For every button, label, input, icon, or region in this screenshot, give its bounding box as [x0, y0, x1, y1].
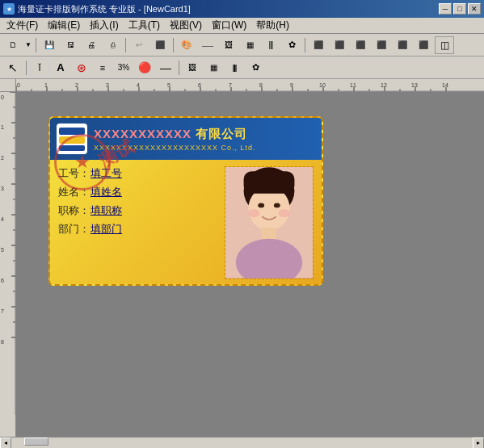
tb-right6[interactable]: ⬛ — [414, 36, 433, 54]
canvas-area[interactable]: XXXXXXXXXXX 有限公司 XXXXXXXXXXXXXXXXXXXXXX … — [16, 92, 484, 437]
line-tool[interactable]: ≡ — [93, 59, 112, 77]
menu-edit[interactable]: 编辑(E) — [43, 17, 85, 34]
dash-button[interactable]: — — [198, 36, 217, 54]
color1-button[interactable]: 🎨 — [177, 36, 196, 54]
ruler-vertical: 0 1 2 3 4 5 6 7 8 — [0, 92, 16, 437]
menu-file[interactable]: 文件(F) — [2, 17, 43, 34]
ruler-v-svg: 0 1 2 3 4 5 6 7 8 — [0, 92, 16, 415]
svg-rect-76 — [262, 228, 276, 241]
menu-view[interactable]: 视图(V) — [165, 17, 207, 34]
sep-t2-1 — [26, 61, 27, 75]
menu-insert[interactable]: 插入(I) — [85, 17, 123, 34]
svg-text:10: 10 — [319, 82, 326, 88]
barcode3[interactable]: ||| — [225, 59, 244, 77]
title-bar-buttons: ─ □ ✕ — [439, 3, 481, 15]
svg-text:4: 4 — [1, 216, 4, 222]
ruler-horizontal: 0 1 2 3 4 5 6 7 8 9 10 — [16, 79, 484, 92]
value-title[interactable]: 填职称 — [90, 203, 122, 218]
sep4 — [305, 38, 305, 52]
svg-text:0: 0 — [1, 94, 4, 100]
svg-text:14: 14 — [442, 82, 448, 88]
maximize-button[interactable]: □ — [453, 3, 466, 15]
ruler-row: 0 1 2 3 4 5 6 7 8 9 10 — [0, 79, 484, 92]
svg-rect-75 — [244, 171, 295, 193]
svg-text:6: 6 — [1, 278, 4, 283]
id-card[interactable]: XXXXXXXXXXX 有限公司 XXXXXXXXXXXXXXXXXXXXXX … — [48, 116, 323, 286]
menu-window[interactable]: 窗口(W) — [207, 17, 251, 34]
redo-button[interactable]: ⬛ — [150, 36, 170, 54]
svg-text:3: 3 — [106, 82, 109, 88]
select-tool[interactable]: ↖ — [3, 59, 23, 77]
size-tool[interactable]: 3% — [114, 59, 133, 77]
font-tool[interactable]: A — [51, 59, 70, 77]
tb-right7[interactable]: ◫ — [435, 36, 454, 54]
title-bar: ★ 海量证卡排版制作系统 专业版 - [NewCard1] ─ □ ✕ — [0, 0, 484, 18]
tb-right2[interactable]: ⬛ — [330, 36, 349, 54]
label-dept: 部门： — [58, 222, 90, 237]
card-info: 工号： 填工号 姓名： 填姓名 职称： 填职称 部门： — [58, 166, 217, 278]
minimize-button[interactable]: ─ — [439, 3, 452, 15]
ruler-h-svg: 0 1 2 3 4 5 6 7 8 9 10 — [16, 79, 484, 92]
close-button[interactable]: ✕ — [468, 3, 481, 15]
photo-placeholder — [225, 167, 313, 278]
svg-text:11: 11 — [350, 82, 356, 88]
svg-text:8: 8 — [259, 82, 263, 88]
special2[interactable]: ✿ — [246, 59, 265, 77]
label-title: 职称： — [58, 203, 90, 218]
save-button[interactable]: 💾 — [40, 36, 59, 54]
info-row-title: 职称： 填职称 — [58, 203, 217, 218]
dropdown-arrow[interactable]: ▼ — [24, 36, 32, 54]
print2-button[interactable]: ⎙ — [103, 36, 122, 54]
svg-text:5: 5 — [1, 247, 4, 253]
tb-right4[interactable]: ⬛ — [372, 36, 391, 54]
qr-code[interactable]: ▦ — [204, 59, 223, 77]
svg-text:0: 0 — [17, 82, 20, 88]
company-x-prefix: XXXXXXXXXXX — [94, 127, 191, 140]
svg-text:2: 2 — [1, 155, 4, 161]
new-button[interactable]: 🗋 — [3, 36, 23, 54]
person-svg — [225, 166, 313, 279]
scroll-left-btn[interactable]: ◂ — [0, 438, 11, 449]
app-icon: ★ — [3, 3, 15, 15]
scrollbar-horizontal[interactable]: ◂ ▸ — [0, 437, 484, 448]
dash-line[interactable]: — — [156, 59, 175, 77]
svg-text:1: 1 — [1, 124, 4, 130]
special-button[interactable]: ✿ — [282, 36, 301, 54]
company-name-suffix: 有限公司 — [191, 127, 247, 140]
value-dept[interactable]: 填部门 — [90, 222, 122, 237]
svg-text:2: 2 — [75, 82, 78, 88]
svg-text:5: 5 — [167, 82, 170, 88]
ruler-canvas-wrapper: 0 1 2 3 4 5 6 7 8 — [0, 92, 484, 437]
stamp-star-icon: ★ — [74, 152, 90, 173]
tb-right5[interactable]: ⬛ — [393, 36, 412, 54]
image-button[interactable]: 🖼 — [219, 36, 238, 54]
toolbar-2: ↖ Ĭ A ⊛ ≡ 3% 🔴 — 🖼 ▦ ||| ✿ — [0, 57, 484, 79]
svg-text:7: 7 — [229, 82, 232, 88]
save-as-button[interactable]: 🖫 — [61, 36, 80, 54]
undo-button[interactable]: ↩ — [129, 36, 149, 54]
barcode2-button[interactable]: ||| — [261, 36, 280, 54]
menu-help[interactable]: 帮助(H) — [251, 17, 294, 34]
sep-t2-2 — [179, 61, 179, 75]
svg-text:1: 1 — [44, 82, 48, 88]
menu-tools[interactable]: 工具(T) — [124, 17, 165, 34]
sep1 — [36, 38, 36, 52]
color-fill[interactable]: 🔴 — [135, 59, 154, 77]
scroll-right-btn[interactable]: ▸ — [473, 438, 484, 449]
text-tool[interactable]: Ĭ — [30, 59, 49, 77]
title-bar-left: ★ 海量证卡排版制作系统 专业版 - [NewCard1] — [3, 3, 191, 15]
svg-text:6: 6 — [198, 82, 201, 88]
svg-text:9: 9 — [290, 82, 293, 88]
circle-tool[interactable]: ⊛ — [72, 59, 91, 77]
ruler-corner — [0, 79, 16, 92]
svg-text:4: 4 — [137, 82, 140, 88]
img-insert[interactable]: 🖼 — [183, 59, 202, 77]
sep2 — [125, 38, 126, 52]
print-button[interactable]: 🖨 — [82, 36, 101, 54]
svg-text:12: 12 — [381, 82, 387, 88]
scrollbar-thumb[interactable] — [24, 438, 48, 446]
tb-right3[interactable]: ⬛ — [351, 36, 370, 54]
card-photo — [225, 166, 314, 279]
barcode-button[interactable]: ▦ — [240, 36, 259, 54]
tb-right1[interactable]: ⬛ — [309, 36, 328, 54]
